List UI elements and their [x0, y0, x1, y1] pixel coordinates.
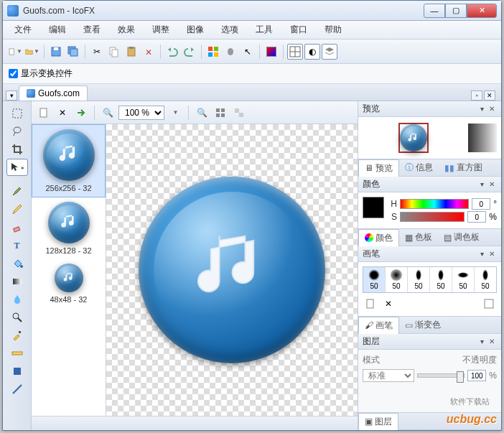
close-tab-button[interactable]: ✕	[484, 90, 495, 101]
layer-tab[interactable]: ▣图层	[358, 413, 398, 430]
text-tool[interactable]: T	[7, 238, 27, 253]
delete-button[interactable]: ✕	[141, 44, 157, 60]
menu-image[interactable]: 图像	[179, 22, 211, 38]
brush-preset-5[interactable]: 50	[452, 267, 475, 292]
opacity-slider[interactable]	[417, 373, 465, 378]
tabs-menu-button[interactable]: ▾	[6, 90, 17, 101]
document-tab[interactable]: Guofs.com	[19, 85, 88, 101]
menu-window[interactable]: 窗口	[283, 22, 314, 38]
lasso-tool[interactable]	[7, 124, 27, 139]
brush-preset-3[interactable]: 50	[408, 267, 430, 292]
eyedropper-tool[interactable]	[7, 327, 27, 343]
menu-edit[interactable]: 编辑	[42, 22, 73, 38]
size-item-48[interactable]: 48x48 - 32	[32, 259, 106, 308]
canvas[interactable]	[106, 124, 358, 416]
cut-button[interactable]: ✂	[89, 44, 105, 60]
size-item-128[interactable]: 128x128 - 32	[32, 197, 106, 259]
zoom-fit-button[interactable]: ▼	[167, 105, 183, 121]
line-tool[interactable]	[7, 381, 27, 397]
eraser-tool[interactable]	[7, 220, 27, 236]
menu-adjust[interactable]: 调整	[145, 22, 177, 38]
gradient-tab[interactable]: ▭渐变色	[399, 317, 447, 333]
preview-tab[interactable]: 🖥预览	[358, 159, 399, 177]
layer-menu-button[interactable]: ▾	[477, 337, 487, 347]
layers-toggle-button[interactable]	[322, 44, 337, 60]
minimize-button[interactable]: —	[424, 4, 445, 18]
blur-tool[interactable]	[7, 292, 27, 307]
redo-button[interactable]	[182, 44, 197, 60]
brush-preset-4[interactable]: 50	[430, 267, 452, 292]
transparency-button[interactable]	[231, 105, 247, 121]
brush-menu-button[interactable]: ▾	[477, 249, 487, 259]
icon-size-list[interactable]: 256x256 - 32 128x128 - 32 48x48 - 32	[32, 124, 106, 416]
opacity-input[interactable]	[467, 370, 486, 381]
sat-input[interactable]	[467, 211, 486, 223]
hue-input[interactable]	[472, 198, 490, 210]
foreground-swatch[interactable]	[363, 197, 384, 218]
brush-preset-1[interactable]: 50	[363, 267, 386, 292]
histogram-tab[interactable]: ▮▮直方图	[439, 159, 488, 176]
brush-preset-6[interactable]: 50	[475, 267, 496, 292]
swatches-tab[interactable]: ▦色板	[399, 229, 438, 246]
save-button[interactable]	[48, 44, 64, 60]
apple-icon-button[interactable]	[223, 44, 238, 60]
info-tab[interactable]: ⓘ信息	[399, 159, 439, 176]
blend-mode-select[interactable]: 标准	[363, 369, 414, 382]
hue-slider[interactable]	[400, 199, 469, 209]
brush-options-button[interactable]	[481, 296, 497, 312]
open-button[interactable]: ▼	[24, 44, 40, 60]
menu-tools[interactable]: 工具	[248, 22, 280, 38]
restore-tab-button[interactable]: ▫	[471, 90, 482, 101]
new-button[interactable]: ▼	[7, 44, 23, 60]
brush-preset-2[interactable]: 50	[386, 267, 408, 292]
brush-new-button[interactable]	[363, 296, 378, 312]
pencil-tool[interactable]	[7, 202, 27, 218]
brush-delete-button[interactable]: ✕	[381, 296, 396, 312]
color-tab[interactable]: 颜色	[358, 229, 399, 246]
color-picker-button[interactable]	[263, 44, 279, 60]
grid-view-button[interactable]	[213, 105, 228, 121]
show-transform-checkbox[interactable]	[9, 69, 18, 78]
preview-menu-button[interactable]: ▾	[477, 104, 487, 114]
zoom-tool-button[interactable]: 🔍	[194, 105, 210, 121]
grid-toggle-button[interactable]	[287, 44, 303, 60]
menu-file[interactable]: 文件	[7, 22, 39, 38]
zoom-button[interactable]: 🔍	[100, 105, 116, 121]
mixer-tab[interactable]: ▤调色板	[438, 229, 485, 246]
sat-slider[interactable]	[400, 212, 465, 222]
titlebar[interactable]: Guofs.com - IcoFX — ▢ ✕	[3, 1, 501, 21]
new-size-button[interactable]	[36, 105, 52, 121]
windows-icon-button[interactable]	[205, 44, 221, 60]
brush-close-button[interactable]: ✕	[487, 249, 497, 259]
fill-tool[interactable]	[7, 256, 27, 271]
maximize-button[interactable]: ▢	[445, 4, 467, 18]
menu-options[interactable]: 选项	[214, 22, 246, 38]
menu-view[interactable]: 查看	[76, 22, 108, 38]
paste-button[interactable]	[123, 44, 139, 60]
preview-close-button[interactable]: ✕	[487, 104, 497, 114]
shape-tool[interactable]	[7, 363, 27, 379]
close-button[interactable]: ✕	[467, 4, 497, 18]
dodge-tool[interactable]	[7, 309, 27, 325]
brush-tool[interactable]	[7, 184, 27, 200]
undo-button[interactable]	[164, 44, 180, 60]
save-all-button[interactable]	[65, 44, 81, 60]
move-tool[interactable]: ▸	[7, 159, 27, 175]
gradient-tool[interactable]	[7, 274, 27, 289]
size-item-256[interactable]: 256x256 - 32	[32, 124, 106, 197]
color-menu-button[interactable]: ▾	[477, 180, 487, 190]
copy-button[interactable]	[106, 44, 122, 60]
ruler-tool[interactable]	[7, 345, 27, 361]
marquee-tool[interactable]	[7, 106, 27, 121]
zoom-select[interactable]: 100 %	[118, 106, 164, 120]
menu-effects[interactable]: 效果	[111, 22, 142, 38]
delete-size-button[interactable]: ✕	[55, 105, 70, 121]
export-size-button[interactable]	[73, 105, 89, 121]
crop-tool[interactable]	[7, 141, 27, 157]
cursor-button[interactable]: ↖	[240, 44, 256, 60]
menu-help[interactable]: 帮助	[317, 22, 349, 38]
mask-button[interactable]: ◐	[304, 44, 320, 60]
layer-close-button[interactable]: ✕	[487, 337, 497, 347]
brush-tab[interactable]: 🖌画笔	[358, 317, 399, 334]
color-close-button[interactable]: ✕	[487, 180, 497, 190]
